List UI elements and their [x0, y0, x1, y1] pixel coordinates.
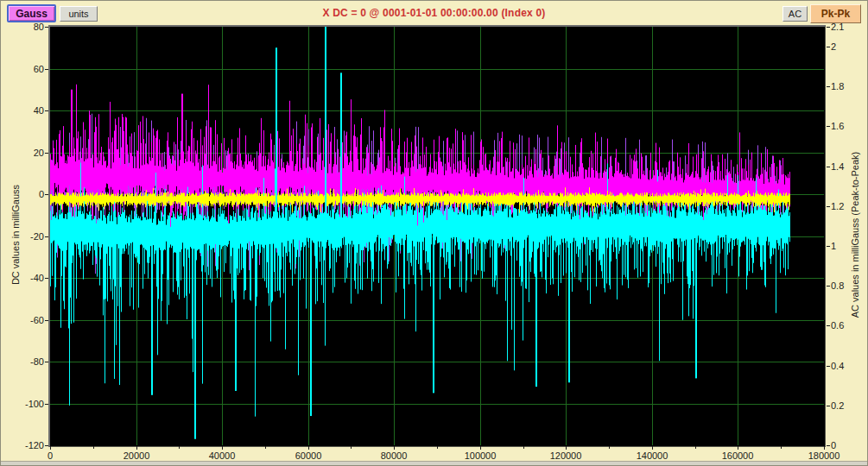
dc-axis-tick-label: 40 [10, 105, 44, 116]
dc-axis-tick-label: 80 [10, 22, 44, 32]
x-axis-tickmark [738, 446, 738, 450]
x-axis-tick-label: 80000 [370, 450, 418, 461]
x-axis-tick-label: 0 [26, 450, 74, 461]
x-axis-minor-tickmark [437, 446, 438, 449]
dc-axis-tickmark [45, 320, 48, 321]
x-axis-tick-label: 40000 [198, 450, 246, 461]
ac-axis-tickmark [827, 206, 830, 207]
x-axis-tickmark [480, 446, 481, 450]
x-axis-tickmark [652, 446, 653, 450]
ac-axis-tickmark [827, 246, 830, 247]
x-axis-minor-tickmark [523, 446, 524, 449]
ac-axis-tickmark [827, 47, 830, 47]
ac-axis-tickmark [827, 325, 830, 326]
dc-axis-tickmark [45, 362, 48, 362]
chart-cursor-readout: X DC = 0 @ 0001-01-01 00:00:00.00 (Index… [105, 7, 763, 19]
plot-canvas[interactable] [50, 27, 824, 445]
ac-axis-tickmark [827, 167, 830, 167]
x-axis-tickmark [136, 446, 137, 450]
x-axis-tick-label: 180000 [800, 450, 848, 461]
x-axis-tickmark [394, 446, 395, 450]
x-axis-tickmark [566, 446, 567, 450]
plot-frame [48, 25, 826, 447]
ac-axis-tick-label: 1.8 [831, 81, 865, 91]
ac-axis-tickmark [827, 366, 830, 367]
window-bottom-edge [1, 461, 867, 465]
x-axis-minor-tickmark [609, 446, 610, 449]
dc-axis-tick-label: 20 [10, 148, 44, 158]
dc-axis-tickmark [45, 404, 48, 405]
x-axis-minor-tickmark [93, 446, 94, 449]
pkpk-button[interactable]: Pk-Pk [810, 4, 861, 23]
x-axis-tickmark [824, 446, 825, 450]
x-axis-tickmark [50, 446, 51, 450]
x-axis-tickmark [308, 446, 309, 450]
dc-axis-tickmark [45, 236, 48, 237]
x-axis-minor-tickmark [351, 446, 352, 449]
ac-axis-tickmark [827, 406, 830, 406]
ac-axis-tickmark [827, 445, 830, 446]
dc-axis-tickmark [45, 69, 48, 70]
units-button[interactable]: units [60, 6, 98, 22]
ac-axis-tick-label: 1.4 [831, 161, 865, 172]
dc-axis-tickmark [45, 153, 48, 154]
app-window: Gauss units X DC = 0 @ 0001-01-01 00:00:… [0, 0, 868, 466]
dc-axis-tickmark [45, 194, 48, 195]
ac-axis-tickmark [827, 27, 830, 28]
ac-axis-tick-label: 1.2 [831, 201, 865, 211]
x-axis-tick-label: 160000 [713, 450, 762, 461]
x-axis-minor-tickmark [781, 446, 782, 449]
dc-axis-tickmark [45, 278, 48, 279]
x-axis-tick-label: 20000 [112, 450, 161, 461]
ac-axis-tick-label: 2.1 [831, 22, 865, 32]
ac-axis-tickmark [827, 286, 830, 287]
dc-axis-tick-label: -120 [10, 440, 44, 450]
ac-axis-tick-label: 0.6 [831, 320, 865, 331]
x-axis-tick-label: 120000 [542, 450, 590, 461]
x-axis-tickmark [222, 446, 223, 450]
x-axis-tick-label: 60000 [284, 450, 333, 461]
ac-axis-tick-label: 1.6 [831, 121, 865, 131]
dc-axis-tick-label: 0 [10, 189, 44, 199]
x-axis-tick-label: 140000 [628, 450, 676, 461]
dc-axis-tickmark [45, 110, 48, 111]
dc-axis-tick-label: 60 [10, 64, 44, 74]
dc-axis-tickmark [45, 445, 48, 446]
ac-button[interactable]: AC [782, 6, 808, 22]
dc-axis-tick-label: -100 [10, 399, 44, 409]
gauss-button[interactable]: Gauss [7, 4, 56, 22]
dc-axis-tick-label: -60 [10, 315, 44, 325]
dc-axis-tick-label: -40 [10, 273, 44, 283]
x-axis-tick-label: 100000 [456, 450, 504, 461]
ac-axis-tick-label: 0.8 [831, 280, 865, 291]
ac-axis-tickmark [827, 126, 830, 127]
dc-axis-tick-label: -80 [10, 356, 44, 367]
dc-axis-tickmark [45, 27, 48, 28]
x-axis-minor-tickmark [265, 446, 266, 449]
dc-axis-tick-label: -20 [10, 231, 44, 242]
ac-axis-tick-label: 2 [831, 41, 865, 52]
ac-axis-tickmark [827, 86, 830, 87]
x-axis-minor-tickmark [695, 446, 696, 449]
x-axis-minor-tickmark [179, 446, 180, 449]
ac-axis-tick-label: 0.4 [831, 361, 865, 371]
ac-axis-tick-label: 0 [831, 440, 865, 450]
ac-axis-tick-label: 0.2 [831, 400, 865, 411]
ac-axis-tick-label: 1 [831, 241, 865, 251]
